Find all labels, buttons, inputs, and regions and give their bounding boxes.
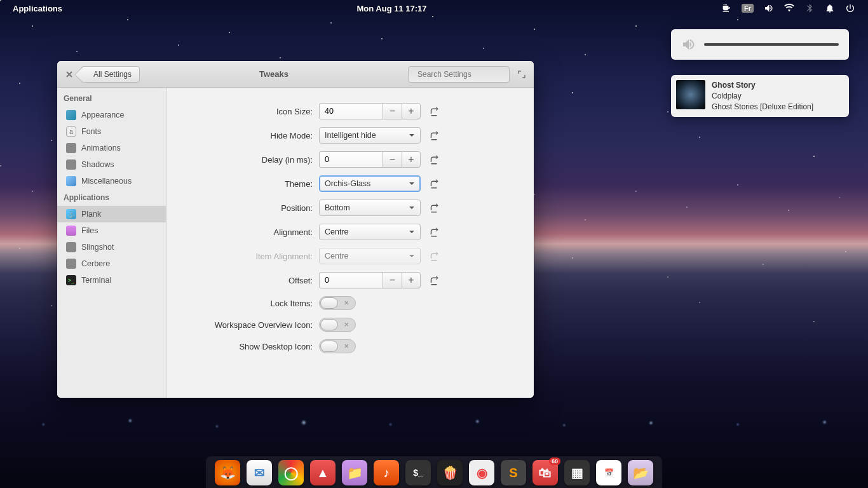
- sidebar-item-label: Files: [81, 226, 98, 235]
- reset-button[interactable]: [427, 201, 441, 215]
- shadows-icon: [66, 159, 76, 170]
- applications-menu[interactable]: Applications: [8, 4, 67, 13]
- volume-icon[interactable]: [759, 3, 779, 13]
- fonts-icon: a: [66, 126, 76, 137]
- offset-spinner[interactable]: − +: [319, 272, 421, 288]
- decrement-button[interactable]: −: [383, 272, 402, 288]
- select-value: Centre: [325, 252, 349, 261]
- maximize-button[interactable]: [515, 67, 529, 81]
- sidebar-item-cerbere[interactable]: Cerbere: [57, 255, 166, 272]
- delay-spinner[interactable]: − +: [319, 151, 421, 168]
- dock-app-firefox[interactable]: 🦊: [215, 460, 240, 485]
- increment-button[interactable]: +: [402, 272, 421, 288]
- increment-button[interactable]: +: [402, 151, 421, 168]
- alignment-select[interactable]: Centre: [319, 224, 421, 240]
- dock-app-chrome[interactable]: ◯: [278, 460, 304, 485]
- dock-app-files[interactable]: 📁: [342, 460, 367, 485]
- close-icon: [65, 71, 73, 78]
- volume-bar: [704, 43, 839, 46]
- increment-button[interactable]: +: [402, 103, 421, 119]
- reset-button[interactable]: [427, 273, 441, 287]
- dock-app-folder[interactable]: 📂: [628, 460, 653, 485]
- dock-app-mail[interactable]: ✉: [247, 460, 272, 485]
- sidebar-item-animations[interactable]: Animations: [57, 140, 166, 156]
- dock-app-sublime[interactable]: S: [501, 460, 526, 485]
- dock-app-music[interactable]: ♪: [374, 460, 399, 485]
- sidebar-item-label: Animations: [81, 144, 121, 152]
- dock-app-workspaces[interactable]: ▦: [564, 460, 590, 485]
- reset-button[interactable]: [427, 177, 441, 191]
- sidebar-category-applications: Applications: [57, 189, 166, 206]
- item-alignment-label: Item Alignment:: [186, 252, 313, 261]
- sidebar-item-miscellaneous[interactable]: Miscellaneous: [57, 173, 166, 189]
- sidebar-item-label: Miscellaneous: [81, 177, 132, 186]
- animations-icon: [66, 143, 76, 153]
- keyboard-layout[interactable]: Fr: [736, 4, 759, 13]
- dock-app-photos[interactable]: ▲: [310, 460, 336, 485]
- position-select[interactable]: Bottom: [319, 200, 421, 216]
- lock-items-toggle[interactable]: ×: [319, 296, 356, 310]
- search-input[interactable]: [417, 70, 513, 79]
- dock-app-launcher[interactable]: ◉: [469, 460, 494, 485]
- track-title: Ghost Story: [712, 80, 813, 91]
- icon-size-label: Icon Size:: [186, 107, 313, 116]
- sidebar-item-files[interactable]: Files: [57, 222, 166, 239]
- reset-button[interactable]: [427, 225, 441, 239]
- decrement-button[interactable]: −: [383, 151, 402, 168]
- cerbere-icon: [66, 259, 76, 269]
- dock-app-popcorn[interactable]: 🍿: [437, 460, 463, 485]
- chevron-down-icon: [409, 180, 415, 187]
- power-icon[interactable]: [840, 3, 860, 13]
- misc-icon: [66, 176, 76, 186]
- chevron-down-icon: [409, 132, 415, 139]
- sidebar-item-label: Cerbere: [81, 259, 110, 268]
- reset-button: [427, 249, 441, 263]
- back-button[interactable]: All Settings: [81, 66, 140, 83]
- sidebar-item-terminal[interactable]: >_Terminal: [57, 272, 166, 288]
- caffeine-icon[interactable]: [716, 3, 736, 13]
- sidebar-item-label: Slingshot: [81, 243, 114, 252]
- sidebar-item-label: Fonts: [81, 127, 101, 136]
- reset-button[interactable]: [427, 128, 441, 142]
- dock-app-terminal[interactable]: $_: [405, 460, 431, 485]
- window-title: Tweaks: [145, 69, 403, 79]
- sidebar-item-fonts[interactable]: aFonts: [57, 123, 166, 140]
- reset-button[interactable]: [427, 104, 441, 118]
- dock: 🦊 ✉ ◯ ▲ 📁 ♪ $_ 🍿 ◉ S 🛍60 ▦ 📅 📂: [206, 456, 662, 488]
- offset-input[interactable]: [319, 272, 383, 288]
- delay-input[interactable]: [319, 151, 383, 168]
- decrement-button[interactable]: −: [383, 103, 402, 119]
- notifications-icon[interactable]: [820, 3, 840, 13]
- titlebar: All Settings Tweaks: [57, 61, 534, 88]
- sidebar-item-slingshot[interactable]: Slingshot: [57, 239, 166, 255]
- sidebar-item-shadows[interactable]: Shadows: [57, 156, 166, 173]
- wifi-icon[interactable]: [779, 3, 799, 13]
- settings-content: Icon Size: − + Hide Mode: Intelligent hi…: [166, 88, 534, 398]
- hide-mode-select[interactable]: Intelligent hide: [319, 127, 421, 144]
- chevron-down-icon: [409, 205, 415, 211]
- hide-mode-label: Hide Mode:: [186, 131, 313, 140]
- workspace-icon-toggle[interactable]: ×: [319, 318, 356, 332]
- sidebar-item-label: Plank: [81, 210, 101, 219]
- show-desktop-toggle[interactable]: ×: [319, 339, 356, 353]
- sidebar-item-appearance[interactable]: Appearance: [57, 107, 166, 123]
- select-value: Intelligent hide: [325, 131, 376, 140]
- icon-size-spinner[interactable]: − +: [319, 103, 421, 119]
- theme-label: Theme:: [186, 179, 313, 189]
- sidebar-item-label: Terminal: [81, 276, 111, 285]
- now-playing-notification[interactable]: Ghost Story Coldplay Ghost Stories [Delu…: [671, 75, 849, 117]
- sidebar-item-label: Appearance: [81, 111, 124, 119]
- reset-button[interactable]: [427, 152, 441, 166]
- dock-app-software[interactable]: 🛍60: [532, 460, 558, 485]
- theme-select[interactable]: Orchis-Glass: [319, 175, 421, 192]
- search-field[interactable]: [408, 66, 510, 83]
- album-art: [676, 80, 705, 109]
- bluetooth-icon[interactable]: [799, 3, 820, 13]
- sidebar-item-plank[interactable]: ⚓Plank: [57, 206, 166, 222]
- chevron-down-icon: [409, 253, 415, 259]
- clock[interactable]: Mon Aug 11 17:17: [351, 4, 431, 13]
- tweaks-window: All Settings Tweaks General Appearance a…: [57, 61, 534, 398]
- item-alignment-select: Centre: [319, 248, 421, 264]
- dock-app-calendar[interactable]: 📅: [596, 460, 621, 485]
- icon-size-input[interactable]: [319, 103, 383, 119]
